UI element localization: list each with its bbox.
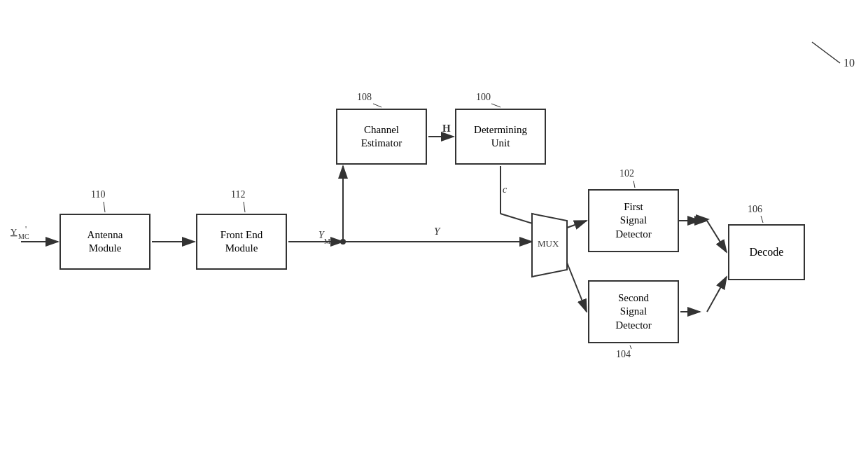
second-signal-detector-box: SecondSignalDetector (588, 280, 679, 343)
label-ymc-prime-sub: MC (18, 233, 29, 240)
number-112: 112 (231, 189, 245, 200)
diagram-container: 10 Y MC Y H c MUX Y MC ' 108 100 110 112… (0, 0, 868, 475)
number-106: 106 (748, 204, 762, 214)
frontend-module-label: Front EndModule (220, 228, 262, 256)
channel-estimator-box: ChannelEstimator (336, 109, 427, 165)
antenna-module-label: AntennaModule (88, 228, 123, 256)
svg-line-21 (812, 42, 840, 63)
svg-line-22 (373, 104, 382, 107)
svg-line-15 (707, 221, 727, 252)
svg-line-25 (244, 202, 245, 212)
determining-unit-box: DeterminingUnit (455, 109, 546, 165)
label-ymc-sub: MC (324, 238, 335, 245)
first-signal-detector-box: FirstSignalDetector (588, 189, 679, 252)
label-ymc-prime: Y (10, 226, 18, 237)
svg-line-12 (567, 221, 587, 228)
label-h: H (442, 123, 451, 134)
number-100: 100 (476, 92, 491, 102)
number-104: 104 (616, 349, 631, 359)
svg-line-13 (567, 263, 587, 312)
number-102: 102 (620, 168, 634, 179)
ref-number-10: 10 (844, 57, 855, 69)
second-signal-detector-label: SecondSignalDetector (615, 291, 652, 333)
antenna-module-box: AntennaModule (59, 214, 150, 270)
number-110: 110 (91, 189, 105, 200)
svg-line-24 (104, 202, 105, 212)
channel-estimator-label: ChannelEstimator (361, 123, 402, 151)
svg-line-23 (491, 104, 500, 107)
label-ymc-prime-tick: ' (25, 224, 27, 234)
frontend-module-box: Front EndModule (196, 214, 287, 270)
label-c: c (503, 184, 507, 195)
label-mux: MUX (538, 238, 559, 249)
svg-line-28 (761, 216, 763, 223)
determining-unit-label: DeterminingUnit (474, 123, 527, 151)
svg-line-26 (634, 181, 635, 188)
decode-box: Decode (728, 224, 805, 280)
decode-label: Decode (750, 245, 784, 260)
label-y: Y (434, 226, 441, 237)
number-108: 108 (357, 92, 372, 102)
svg-line-17 (707, 277, 727, 312)
first-signal-detector-label: FirstSignalDetector (615, 200, 652, 242)
